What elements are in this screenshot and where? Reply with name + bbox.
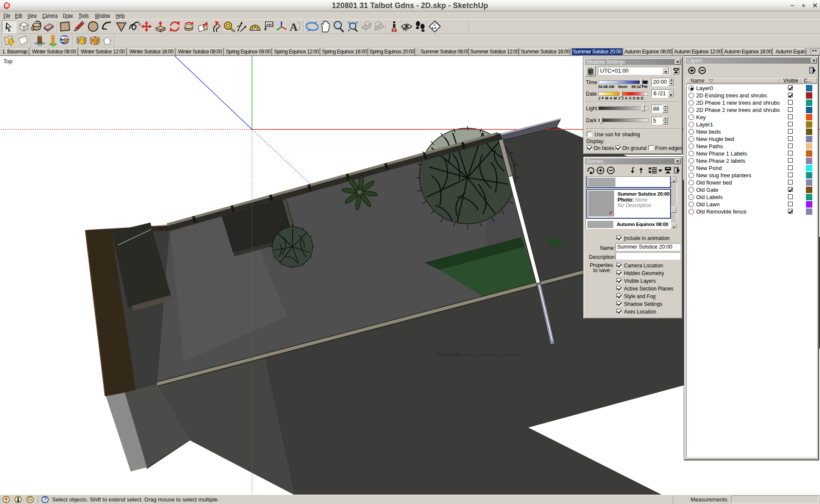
svg-text:ABC: ABC	[266, 23, 274, 26]
svg-text:C: C	[433, 23, 436, 26]
svg-text:A-5: A-5	[432, 26, 436, 29]
svg-text:A: A	[290, 21, 298, 33]
